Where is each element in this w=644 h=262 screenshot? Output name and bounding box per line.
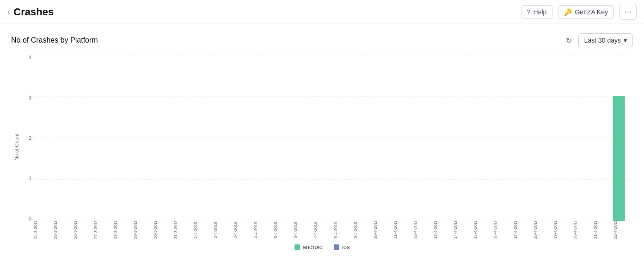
y-label-1: 1 [29, 175, 31, 181]
header-right: ? Help 🔑 Get ZA Key ··· [521, 4, 637, 20]
y-label-4: 4 [29, 55, 31, 60]
x-label: 18-4-2019 [533, 221, 553, 240]
x-label: 19-4-2019 [553, 221, 573, 240]
header-left: ‹ Crashes [7, 6, 54, 18]
more-options-button[interactable]: ··· [619, 4, 637, 20]
x-label: 27-3-2019 [93, 221, 113, 240]
legend-ios-color [334, 244, 339, 250]
refresh-button[interactable]: ↻ [564, 34, 574, 47]
x-label: 15-4-2019 [473, 221, 493, 240]
x-label: 12-4-2019 [413, 221, 433, 240]
get-za-key-button[interactable]: 🔑 Get ZA Key [558, 5, 614, 19]
x-label: 16-4-2019 [493, 221, 513, 240]
x-label: 21-4-2019 [593, 221, 613, 240]
x-label: 25-3-2019 [53, 221, 73, 240]
y-label-2: 2 [29, 135, 31, 141]
x-label: 26-3-2019 [73, 221, 93, 240]
help-label: Help [534, 8, 547, 16]
chart-header: No of Crashes by Platform ↻ Last 30 days… [11, 33, 633, 47]
legend-ios-label: ios [342, 243, 350, 250]
x-label: 28-3-2019 [113, 221, 133, 240]
legend-android: android [294, 243, 323, 250]
header: ‹ Crashes ? Help 🔑 Get ZA Key ··· [0, 0, 644, 24]
key-icon: 🔑 [564, 8, 572, 16]
back-button[interactable]: ‹ [7, 8, 10, 16]
get-za-key-label: Get ZA Key [575, 8, 608, 16]
page-title: Crashes [13, 6, 54, 18]
x-label: 24-3-2019 [33, 221, 53, 240]
legend-android-label: android [303, 243, 323, 250]
x-label: 1-4-2019 [193, 221, 213, 240]
x-label: 29-3-2019 [133, 221, 153, 240]
x-label: 5-4-2019 [273, 221, 293, 240]
date-range-dropdown[interactable]: Last 30 days ▾ [578, 33, 633, 47]
x-label: 14-4-2019 [453, 221, 473, 240]
x-label: 2-4-2019 [213, 221, 233, 240]
x-label: 7-4-2019 [313, 221, 333, 240]
x-label: 13-4-2019 [433, 221, 453, 240]
chart-section: No of Crashes by Platform ↻ Last 30 days… [0, 24, 644, 255]
chevron-down-icon: ▾ [624, 37, 627, 44]
x-label: 20-4-2019 [573, 221, 593, 240]
y-label-3: 3 [29, 95, 31, 100]
x-label: 4-4-2019 [253, 221, 273, 240]
x-label: 30-3-2019 [153, 221, 173, 240]
x-label: 22-4-2019 [613, 221, 633, 240]
y-axis-label: No of Count [11, 55, 20, 240]
legend-ios: ios [334, 243, 350, 250]
svg-rect-5 [613, 96, 625, 221]
x-label: 17-4-2019 [513, 221, 533, 240]
chart-controls: ↻ Last 30 days ▾ [564, 33, 633, 47]
x-label: 10-4-2019 [373, 221, 393, 240]
y-label-0: 0 [29, 216, 31, 221]
chart-title: No of Crashes by Platform [11, 36, 98, 44]
chart-area: No of Count 4 3 2 1 [11, 55, 633, 240]
date-range-label: Last 30 days [584, 37, 621, 44]
x-label: 31-3-2019 [173, 221, 193, 240]
chart-legend: android ios [11, 243, 633, 250]
x-label: 8-4-2019 [333, 221, 353, 240]
help-button[interactable]: ? Help [521, 5, 553, 19]
x-label: 11-4-2019 [393, 221, 413, 240]
x-label: 3-4-2019 [233, 221, 253, 240]
x-label: 6-4-2019 [293, 221, 313, 240]
x-label: 9-4-2019 [353, 221, 373, 240]
legend-android-color [294, 244, 300, 250]
help-icon: ? [527, 8, 531, 16]
